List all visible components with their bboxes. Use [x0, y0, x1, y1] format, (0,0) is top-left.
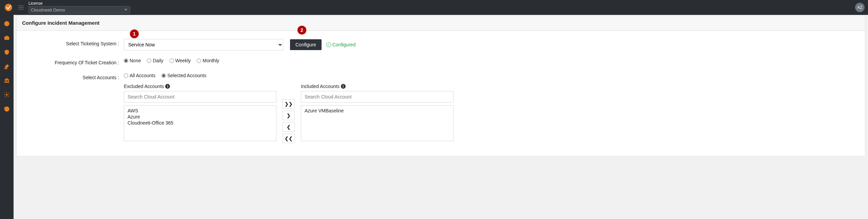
excluded-list[interactable]: AWS Azure Cloudneeti-Office 365 [124, 105, 276, 141]
list-item[interactable]: Azure [128, 114, 273, 120]
briefcase-icon[interactable] [3, 34, 11, 42]
included-search-input[interactable] [301, 91, 454, 103]
license-label: License [28, 1, 130, 5]
svg-rect-10 [8, 80, 9, 82]
svg-rect-9 [6, 80, 7, 82]
user-avatar[interactable]: AZ [855, 3, 865, 12]
content-area: Configure Incident Management Select Tic… [14, 15, 868, 219]
check-icon: ✓ [326, 42, 331, 47]
frequency-label: Frequency Of Ticket Creation : [22, 58, 124, 65]
list-item[interactable]: AWS [128, 108, 273, 114]
config-panel: Configure Incident Management Select Tic… [16, 15, 865, 156]
frequency-none[interactable]: None [124, 58, 141, 63]
panel-header: Configure Incident Management [17, 15, 865, 31]
excluded-title: Excluded Accounts [124, 84, 164, 89]
info-icon[interactable]: i [341, 84, 346, 89]
dashboard-icon[interactable] [3, 20, 11, 28]
svg-point-12 [6, 94, 8, 96]
list-item[interactable]: Cloudneeti-Office 365 [128, 120, 273, 126]
list-item[interactable]: Azure VMBaseline [305, 108, 450, 114]
accounts-radio-group: All Accounts Selected Accounts [124, 73, 206, 78]
included-list[interactable]: Azure VMBaseline [301, 105, 454, 141]
page-title: Configure Incident Management [22, 20, 860, 26]
accounts-selected[interactable]: Selected Accounts [161, 73, 206, 78]
frequency-daily[interactable]: Daily [147, 58, 163, 63]
accounts-all[interactable]: All Accounts [124, 73, 155, 78]
accounts-label: Select Accounts : [22, 73, 124, 80]
svg-rect-11 [4, 82, 9, 83]
svg-rect-5 [4, 37, 9, 40]
license-select[interactable]: Cloudneeti Demo [28, 6, 130, 14]
svg-rect-6 [6, 36, 8, 37]
move-all-left-button[interactable]: ❮❮ [283, 134, 295, 143]
svg-rect-7 [4, 68, 7, 69]
app-logo [3, 2, 14, 13]
frequency-monthly[interactable]: Monthly [197, 58, 219, 63]
info-icon[interactable]: i [165, 84, 170, 89]
move-right-button[interactable]: ❯ [283, 111, 295, 120]
ticketing-label: Select Ticketing System : [22, 39, 124, 46]
transfer-buttons: ❯❯ ❯ ❮ ❮❮ [283, 84, 295, 143]
frequency-weekly[interactable]: Weekly [170, 58, 191, 63]
gavel-icon[interactable] [3, 62, 11, 70]
excluded-column: Excluded Accounts i AWS Azure Cloudneeti… [124, 84, 276, 141]
svg-rect-8 [5, 80, 6, 82]
excluded-search-input[interactable] [124, 91, 276, 103]
included-title: Included Accounts [301, 84, 340, 89]
topbar: License Cloudneeti Demo AZ [0, 0, 868, 15]
gear-icon[interactable] [3, 91, 11, 99]
configured-status: ✓ Configured [326, 42, 356, 47]
sidebar [0, 15, 14, 219]
frequency-radio-group: None Daily Weekly Monthly [124, 58, 219, 63]
history-icon[interactable] [3, 105, 11, 113]
menu-toggle[interactable] [18, 4, 24, 11]
step-badge-1: 1 [130, 29, 139, 38]
license-selector-block: License Cloudneeti Demo [28, 1, 130, 14]
ticketing-select[interactable]: Service Now [124, 39, 283, 50]
move-all-right-button[interactable]: ❯❯ [283, 99, 295, 109]
included-column: Included Accounts i Azure VMBaseline [301, 84, 454, 141]
step-badge-2: 2 [297, 26, 306, 35]
configure-button[interactable]: Configure [290, 39, 322, 50]
svg-point-0 [5, 4, 12, 11]
shield-icon[interactable] [3, 48, 11, 56]
bank-icon[interactable] [3, 76, 11, 85]
move-left-button[interactable]: ❮ [283, 122, 295, 132]
dual-list: Excluded Accounts i AWS Azure Cloudneeti… [124, 84, 454, 143]
